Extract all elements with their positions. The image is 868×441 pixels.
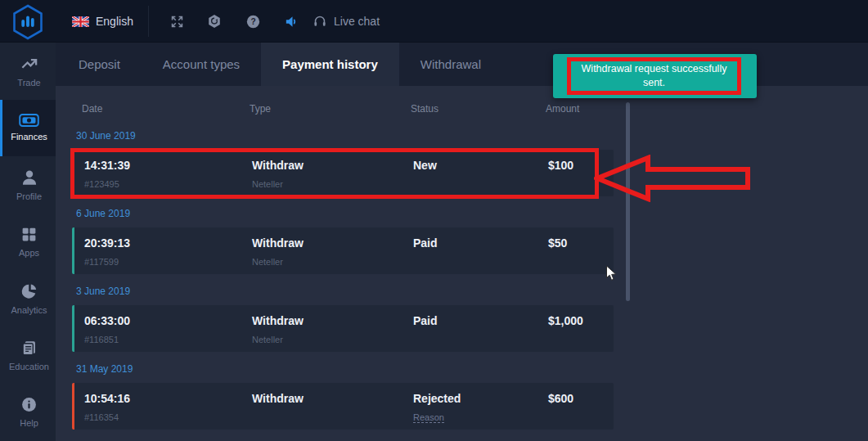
sound-button[interactable] bbox=[279, 0, 304, 43]
table-header: Date Type Status Amount bbox=[70, 103, 617, 115]
svg-text:?: ? bbox=[250, 17, 255, 26]
sidebar-item-label: Education bbox=[9, 362, 49, 371]
date-group-label: 6 June 2019 bbox=[76, 208, 617, 219]
row-status: Rejected bbox=[413, 392, 461, 405]
column-header-status: Status bbox=[411, 103, 438, 115]
row-time: 20:39:13 bbox=[84, 236, 130, 250]
tab-deposit[interactable]: Deposit bbox=[57, 43, 142, 86]
reason-link[interactable]: Reason bbox=[413, 412, 461, 422]
annotation-toast-highlight: Withdrawal request successfully sent. bbox=[567, 57, 741, 95]
row-cell: $1,000 bbox=[548, 314, 583, 327]
tab-payment-history[interactable]: Payment history bbox=[261, 43, 399, 86]
row-method: Neteller bbox=[252, 179, 304, 189]
row-cell: Withdraw bbox=[252, 392, 304, 405]
row-cell: Paid bbox=[413, 314, 438, 327]
sidebar-item-label: Apps bbox=[19, 248, 39, 258]
fullscreen-button[interactable] bbox=[164, 0, 189, 43]
row-amount: $1,000 bbox=[548, 314, 583, 327]
apps-icon bbox=[20, 226, 38, 243]
headset-icon bbox=[313, 15, 326, 28]
column-header-date: Date bbox=[82, 103, 102, 115]
row-type: Withdraw bbox=[252, 236, 304, 250]
sidebar-item-label: Trade bbox=[17, 78, 40, 88]
live-chat-button[interactable]: Live chat bbox=[313, 0, 380, 43]
language-selector[interactable]: English bbox=[72, 0, 133, 43]
sidebar-item-label: Finances bbox=[11, 132, 47, 142]
sidebar-item-apps[interactable]: Apps bbox=[0, 214, 56, 271]
row-ticket-id: #116354 bbox=[84, 412, 130, 422]
help-icon bbox=[20, 396, 38, 413]
row-cell: $50 bbox=[548, 236, 567, 250]
analytics-icon bbox=[20, 282, 38, 300]
sidebar: TradeFinancesProfileAppsAnalyticsEducati… bbox=[0, 43, 56, 441]
tab-account-types[interactable]: Account types bbox=[142, 43, 261, 86]
row-status: New bbox=[413, 159, 437, 172]
logo-hexagon-chart-icon bbox=[11, 4, 44, 40]
row-amount: $50 bbox=[548, 236, 567, 250]
app-logo[interactable] bbox=[11, 4, 46, 40]
sidebar-item-label: Profile bbox=[16, 191, 42, 201]
row-cell: WithdrawNeteller bbox=[252, 236, 304, 267]
scrollbar[interactable] bbox=[626, 102, 630, 301]
finances-icon bbox=[19, 114, 39, 127]
row-status: Paid bbox=[413, 236, 438, 250]
column-header-amount: Amount bbox=[546, 103, 579, 115]
row-cell: New bbox=[413, 159, 437, 172]
sidebar-item-trade[interactable]: Trade bbox=[0, 43, 56, 100]
sidebar-item-profile[interactable]: Profile bbox=[0, 156, 56, 214]
column-header-type: Type bbox=[250, 103, 271, 115]
uk-flag-icon bbox=[72, 16, 89, 27]
education-icon bbox=[20, 340, 38, 357]
row-cell: Paid bbox=[413, 236, 438, 250]
row-cell: $600 bbox=[548, 392, 573, 405]
sidebar-item-label: Help bbox=[20, 418, 38, 428]
row-amount: $100 bbox=[548, 159, 573, 172]
row-cell: 10:54:16#116354 bbox=[84, 392, 130, 422]
help-question-button[interactable]: ? bbox=[241, 0, 265, 43]
row-type: Withdraw bbox=[252, 392, 304, 405]
sidebar-item-finances[interactable]: Finances bbox=[0, 100, 56, 157]
topbar-divider bbox=[148, 6, 149, 37]
row-cell: 20:39:13#117599 bbox=[84, 236, 130, 267]
sidebar-item-analytics[interactable]: Analytics bbox=[0, 270, 56, 327]
payment-row[interactable]: 10:54:16#116354WithdrawRejectedReason$60… bbox=[72, 383, 614, 430]
hexagon-refresh-icon bbox=[208, 14, 221, 29]
row-type: Withdraw bbox=[252, 314, 304, 327]
row-time: 10:54:16 bbox=[84, 392, 130, 405]
payment-row[interactable]: 06:33:00#116851WithdrawNetellerPaid$1,00… bbox=[72, 305, 614, 352]
row-cell: WithdrawNeteller bbox=[252, 159, 304, 189]
row-type: Withdraw bbox=[252, 159, 304, 172]
table-body: 30 June 201914:31:39#123495WithdrawNetel… bbox=[70, 130, 617, 430]
toast-notification: Withdrawal request successfully sent. bbox=[553, 54, 757, 98]
toast-message: Withdrawal request successfully sent. bbox=[571, 62, 737, 91]
profile-icon bbox=[20, 169, 38, 187]
row-method: Neteller bbox=[252, 335, 304, 344]
live-chat-label: Live chat bbox=[334, 15, 380, 28]
language-label: English bbox=[96, 15, 133, 28]
row-cell: RejectedReason bbox=[413, 392, 461, 422]
tab-withdrawal[interactable]: Withdrawal bbox=[399, 43, 502, 86]
row-status: Paid bbox=[413, 314, 438, 327]
row-ticket-id: #117599 bbox=[84, 257, 130, 267]
row-cell: 06:33:00#116851 bbox=[84, 314, 130, 344]
speaker-icon bbox=[285, 16, 299, 28]
payment-history-table: Date Type Status Amount 30 June 201914:3… bbox=[70, 86, 617, 441]
reason-link[interactable]: Reason bbox=[413, 412, 444, 423]
row-amount: $600 bbox=[548, 392, 573, 405]
question-mark-icon: ? bbox=[246, 15, 260, 29]
row-cell: 14:31:39#123495 bbox=[84, 159, 130, 189]
app-window: English ? bbox=[0, 0, 868, 441]
date-group-label: 31 May 2019 bbox=[76, 363, 617, 375]
row-ticket-id: #116851 bbox=[84, 335, 130, 344]
date-group-label: 30 June 2019 bbox=[76, 130, 617, 142]
topbar: English ? bbox=[0, 0, 868, 43]
sidebar-item-label: Analytics bbox=[11, 305, 47, 315]
platform-hexagon-button[interactable] bbox=[202, 0, 227, 43]
row-cell: WithdrawNeteller bbox=[252, 314, 304, 344]
payment-row[interactable]: 14:31:39#123495WithdrawNetellerNew$100 bbox=[72, 150, 614, 196]
sidebar-item-education[interactable]: Education bbox=[0, 327, 56, 385]
payment-row[interactable]: 20:39:13#117599WithdrawNetellerPaid$50 bbox=[72, 227, 614, 274]
fullscreen-icon bbox=[170, 15, 184, 29]
trade-icon bbox=[20, 54, 38, 73]
sidebar-item-help[interactable]: Help bbox=[0, 384, 56, 441]
